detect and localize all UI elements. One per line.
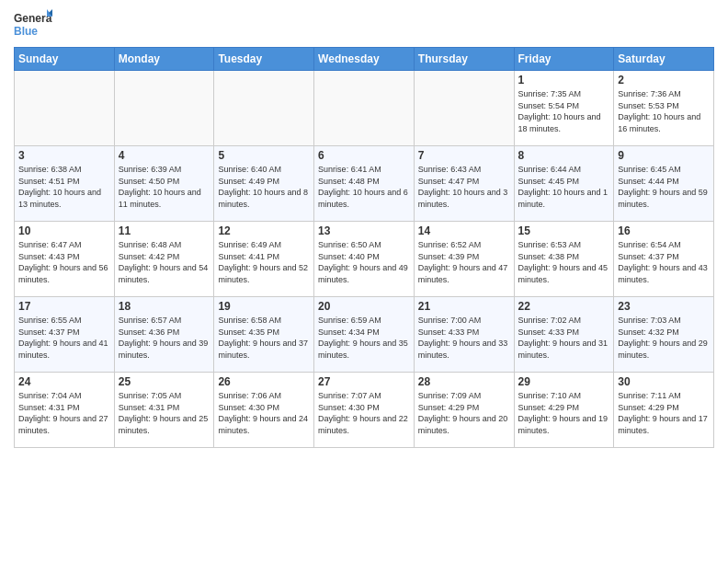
- day-number: 10: [18, 224, 110, 237]
- day-number: 18: [119, 300, 210, 313]
- week-row-2: 3Sunrise: 6:38 AM Sunset: 4:51 PM Daylig…: [15, 146, 714, 222]
- day-info: Sunrise: 7:00 AM Sunset: 4:33 PM Dayligh…: [418, 315, 510, 361]
- calendar-cell: [15, 71, 115, 146]
- day-info: Sunrise: 6:55 AM Sunset: 4:37 PM Dayligh…: [18, 315, 110, 361]
- day-info: Sunrise: 6:54 AM Sunset: 4:37 PM Dayligh…: [618, 239, 710, 285]
- calendar-cell: 9Sunrise: 6:45 AM Sunset: 4:44 PM Daylig…: [614, 146, 714, 222]
- day-info: Sunrise: 6:53 AM Sunset: 4:38 PM Dayligh…: [518, 239, 610, 285]
- calendar-cell: 1Sunrise: 7:35 AM Sunset: 5:54 PM Daylig…: [514, 71, 614, 146]
- day-number: 26: [218, 375, 310, 388]
- weekday-header-tuesday: Tuesday: [214, 48, 314, 71]
- day-number: 25: [119, 375, 210, 388]
- day-number: 16: [618, 224, 710, 237]
- day-number: 4: [119, 149, 210, 162]
- calendar-cell: 30Sunrise: 7:11 AM Sunset: 4:29 PM Dayli…: [614, 373, 714, 448]
- day-info: Sunrise: 6:38 AM Sunset: 4:51 PM Dayligh…: [18, 164, 110, 210]
- day-number: 17: [18, 300, 110, 313]
- day-number: 7: [418, 149, 510, 162]
- day-info: Sunrise: 7:10 AM Sunset: 4:29 PM Dayligh…: [518, 390, 610, 436]
- day-info: Sunrise: 7:05 AM Sunset: 4:31 PM Dayligh…: [119, 390, 210, 436]
- day-info: Sunrise: 7:11 AM Sunset: 4:29 PM Dayligh…: [618, 390, 710, 436]
- calendar-cell: 6Sunrise: 6:41 AM Sunset: 4:48 PM Daylig…: [314, 146, 415, 222]
- day-info: Sunrise: 6:52 AM Sunset: 4:39 PM Dayligh…: [418, 239, 510, 285]
- day-number: 22: [518, 300, 610, 313]
- calendar-cell: 12Sunrise: 6:49 AM Sunset: 4:41 PM Dayli…: [214, 222, 314, 297]
- day-info: Sunrise: 6:59 AM Sunset: 4:34 PM Dayligh…: [318, 315, 410, 361]
- page-header: General Blue: [14, 9, 714, 41]
- day-info: Sunrise: 6:39 AM Sunset: 4:50 PM Dayligh…: [119, 164, 210, 210]
- weekday-header-saturday: Saturday: [614, 48, 714, 71]
- day-number: 21: [418, 300, 510, 313]
- day-info: Sunrise: 6:45 AM Sunset: 4:44 PM Dayligh…: [618, 164, 710, 210]
- logo: General Blue: [14, 9, 52, 41]
- weekday-header-monday: Monday: [114, 48, 214, 71]
- day-number: 13: [318, 224, 410, 237]
- day-number: 15: [518, 224, 610, 237]
- day-info: Sunrise: 6:43 AM Sunset: 4:47 PM Dayligh…: [418, 164, 510, 210]
- day-number: 19: [218, 300, 310, 313]
- calendar-cell: 3Sunrise: 6:38 AM Sunset: 4:51 PM Daylig…: [15, 146, 115, 222]
- calendar-cell: 17Sunrise: 6:55 AM Sunset: 4:37 PM Dayli…: [15, 297, 115, 373]
- day-info: Sunrise: 6:48 AM Sunset: 4:42 PM Dayligh…: [119, 239, 210, 285]
- weekday-header-sunday: Sunday: [15, 48, 115, 71]
- calendar-cell: 18Sunrise: 6:57 AM Sunset: 4:36 PM Dayli…: [114, 297, 214, 373]
- calendar-cell: 26Sunrise: 7:06 AM Sunset: 4:30 PM Dayli…: [214, 373, 314, 448]
- day-number: 12: [218, 224, 310, 237]
- day-info: Sunrise: 6:40 AM Sunset: 4:49 PM Dayligh…: [218, 164, 310, 210]
- logo-svg: General Blue: [14, 9, 52, 41]
- week-row-5: 24Sunrise: 7:04 AM Sunset: 4:31 PM Dayli…: [15, 373, 714, 448]
- day-info: Sunrise: 7:03 AM Sunset: 4:32 PM Dayligh…: [618, 315, 710, 361]
- calendar-cell: 23Sunrise: 7:03 AM Sunset: 4:32 PM Dayli…: [614, 297, 714, 373]
- calendar-cell: 7Sunrise: 6:43 AM Sunset: 4:47 PM Daylig…: [414, 146, 514, 222]
- calendar-cell: 25Sunrise: 7:05 AM Sunset: 4:31 PM Dayli…: [114, 373, 214, 448]
- day-number: 11: [119, 224, 210, 237]
- day-number: 24: [18, 375, 110, 388]
- day-number: 23: [618, 300, 710, 313]
- calendar-table: SundayMondayTuesdayWednesdayThursdayFrid…: [14, 47, 714, 448]
- calendar-cell: [114, 71, 214, 146]
- day-info: Sunrise: 6:44 AM Sunset: 4:45 PM Dayligh…: [518, 164, 610, 210]
- calendar-cell: 29Sunrise: 7:10 AM Sunset: 4:29 PM Dayli…: [514, 373, 614, 448]
- calendar-cell: 15Sunrise: 6:53 AM Sunset: 4:38 PM Dayli…: [514, 222, 614, 297]
- day-number: 28: [418, 375, 510, 388]
- day-info: Sunrise: 6:49 AM Sunset: 4:41 PM Dayligh…: [218, 239, 310, 285]
- calendar-cell: 11Sunrise: 6:48 AM Sunset: 4:42 PM Dayli…: [114, 222, 214, 297]
- calendar-cell: [314, 71, 415, 146]
- day-number: 3: [18, 149, 110, 162]
- svg-text:General: General: [14, 12, 52, 25]
- calendar-cell: 20Sunrise: 6:59 AM Sunset: 4:34 PM Dayli…: [314, 297, 415, 373]
- weekday-header-wednesday: Wednesday: [314, 48, 415, 71]
- day-info: Sunrise: 6:50 AM Sunset: 4:40 PM Dayligh…: [318, 239, 410, 285]
- weekday-header-row: SundayMondayTuesdayWednesdayThursdayFrid…: [15, 48, 714, 71]
- day-number: 14: [418, 224, 510, 237]
- calendar-cell: 24Sunrise: 7:04 AM Sunset: 4:31 PM Dayli…: [15, 373, 115, 448]
- page-container: General Blue SundayMondayTuesdayWednesda…: [0, 0, 728, 453]
- day-info: Sunrise: 7:02 AM Sunset: 4:33 PM Dayligh…: [518, 315, 610, 361]
- day-info: Sunrise: 6:58 AM Sunset: 4:35 PM Dayligh…: [218, 315, 310, 361]
- calendar-cell: 19Sunrise: 6:58 AM Sunset: 4:35 PM Dayli…: [214, 297, 314, 373]
- calendar-cell: 10Sunrise: 6:47 AM Sunset: 4:43 PM Dayli…: [15, 222, 115, 297]
- day-info: Sunrise: 7:06 AM Sunset: 4:30 PM Dayligh…: [218, 390, 310, 436]
- calendar-cell: 13Sunrise: 6:50 AM Sunset: 4:40 PM Dayli…: [314, 222, 415, 297]
- day-number: 1: [518, 74, 610, 86]
- calendar-cell: 22Sunrise: 7:02 AM Sunset: 4:33 PM Dayli…: [514, 297, 614, 373]
- day-number: 8: [518, 149, 610, 162]
- day-info: Sunrise: 7:09 AM Sunset: 4:29 PM Dayligh…: [418, 390, 510, 436]
- weekday-header-thursday: Thursday: [414, 48, 514, 71]
- calendar-cell: 2Sunrise: 7:36 AM Sunset: 5:53 PM Daylig…: [614, 71, 714, 146]
- day-info: Sunrise: 7:07 AM Sunset: 4:30 PM Dayligh…: [318, 390, 410, 436]
- day-number: 27: [318, 375, 410, 388]
- day-number: 6: [318, 149, 410, 162]
- day-number: 2: [618, 74, 710, 86]
- day-info: Sunrise: 7:04 AM Sunset: 4:31 PM Dayligh…: [18, 390, 110, 436]
- calendar-cell: 16Sunrise: 6:54 AM Sunset: 4:37 PM Dayli…: [614, 222, 714, 297]
- calendar-cell: 4Sunrise: 6:39 AM Sunset: 4:50 PM Daylig…: [114, 146, 214, 222]
- day-info: Sunrise: 6:47 AM Sunset: 4:43 PM Dayligh…: [18, 239, 110, 285]
- day-info: Sunrise: 6:41 AM Sunset: 4:48 PM Dayligh…: [318, 164, 410, 210]
- day-number: 30: [618, 375, 710, 388]
- week-row-4: 17Sunrise: 6:55 AM Sunset: 4:37 PM Dayli…: [15, 297, 714, 373]
- weekday-header-friday: Friday: [514, 48, 614, 71]
- day-number: 9: [618, 149, 710, 162]
- day-number: 5: [218, 149, 310, 162]
- calendar-cell: 8Sunrise: 6:44 AM Sunset: 4:45 PM Daylig…: [514, 146, 614, 222]
